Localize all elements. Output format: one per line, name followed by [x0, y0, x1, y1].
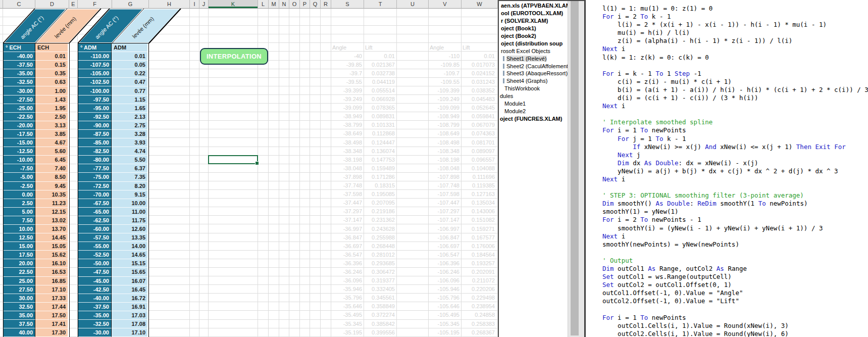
interp-value-cell[interactable]: -37.447	[331, 199, 364, 207]
interp-value-cell[interactable]: -107.147	[429, 216, 461, 224]
interp-value-cell[interactable]: -39.85	[331, 60, 364, 69]
column-header-P[interactable]: P	[300, 0, 310, 9]
lift-cell[interactable]: 6.37	[112, 164, 147, 173]
angle-cell[interactable]: -15.00	[4, 138, 35, 147]
lift-cell[interactable]: 17.44	[35, 303, 68, 311]
interp-value-cell[interactable]: -36.997	[331, 224, 364, 233]
lift-cell[interactable]: 11.00	[112, 208, 147, 216]
interp-value-cell[interactable]: -39.099	[331, 104, 364, 112]
column-header-U[interactable]: U	[397, 0, 429, 9]
interp-value-cell[interactable]: -108.348	[429, 147, 461, 155]
interp-value-cell[interactable]: -35.345	[331, 319, 364, 328]
angle-cell[interactable]: -40.00	[78, 294, 112, 303]
project-tree-item[interactable]: rosoft Excel Objects	[500, 47, 568, 55]
project-tree-item[interactable]: Sheet2 (CaculAffolement)	[500, 62, 568, 70]
interp-value-cell[interactable]: -36.547	[331, 250, 364, 259]
lift-cell[interactable]: 8.20	[112, 182, 147, 190]
angle-cell[interactable]: -30.00	[78, 328, 112, 337]
angle-cell[interactable]: -35.00	[78, 311, 112, 320]
lift-cell[interactable]: 17.03	[112, 311, 147, 320]
interp-value-cell[interactable]: -39.7	[331, 69, 364, 77]
lift-cell[interactable]: 16.72	[112, 294, 147, 303]
lift-cell[interactable]: 0.77	[112, 86, 147, 95]
lift-cell[interactable]: 15.05	[35, 242, 68, 251]
selected-cell[interactable]	[208, 155, 258, 164]
lift-cell[interactable]: 1.65	[112, 104, 147, 113]
lift-cell[interactable]: 1.15	[112, 95, 147, 104]
angle-cell[interactable]: -52.50	[78, 251, 112, 259]
interp-value-cell[interactable]: 0.184564	[462, 250, 496, 259]
interp-value-cell[interactable]: -108.198	[429, 155, 461, 164]
angle-cell[interactable]: -65.00	[78, 208, 112, 216]
angle-cell[interactable]: -75.00	[78, 173, 112, 181]
column-header-F[interactable]: F	[78, 0, 112, 9]
interp-value-cell[interactable]: -107.447	[429, 199, 461, 207]
angle-cell[interactable]: 27.50	[4, 285, 35, 294]
angle-cell[interactable]: -17.50	[4, 130, 35, 138]
interp-value-cell[interactable]: -39.55	[331, 77, 364, 86]
interp-value-cell[interactable]: -38.048	[331, 164, 364, 172]
interp-value-cell[interactable]: 0.096557	[462, 155, 496, 164]
interp-value-cell[interactable]: -110	[429, 52, 461, 60]
lift-cell[interactable]: 16.07	[112, 277, 147, 285]
lift-cell[interactable]: 17.10	[35, 285, 68, 294]
column-header-T[interactable]: T	[364, 0, 397, 9]
lift-cell[interactable]: 1.00	[35, 86, 68, 95]
angle-cell[interactable]: -100.00	[78, 86, 112, 95]
angle-cell[interactable]: -55.00	[78, 242, 112, 251]
lift-cell[interactable]: 0.01	[35, 52, 68, 61]
lift-cell[interactable]: 13.02	[35, 216, 68, 225]
fill-handle[interactable]	[255, 161, 259, 165]
interp-value-cell[interactable]: -105.646	[429, 302, 461, 311]
diagonal-header-band[interactable]: angle AC (°) levée (mm) angle AC (°) lev…	[0, 9, 498, 43]
angle-cell[interactable]: 22.50	[4, 268, 35, 276]
lift-cell[interactable]: 9.45	[35, 182, 68, 190]
angle-header-cell[interactable]: ° ECH	[4, 43, 35, 52]
interp-value-cell[interactable]: 0.136074	[364, 147, 396, 155]
angle-cell[interactable]: -25.00	[4, 104, 35, 113]
interp-value-cell[interactable]: -108.048	[429, 164, 461, 172]
project-tree-item[interactable]: Sheet3 (AbaqueRessort)	[500, 70, 568, 77]
angle-cell[interactable]: 37.50	[4, 320, 35, 328]
interp-value-cell[interactable]: 0.332405	[364, 285, 396, 294]
interp-value-cell[interactable]: -106.396	[429, 259, 461, 267]
interp-value-cell[interactable]: 0.171286	[364, 172, 396, 181]
column-header-D[interactable]: D	[35, 0, 69, 9]
angle-cell[interactable]: -20.00	[4, 121, 35, 130]
interp-value-cell[interactable]: 0.159271	[462, 224, 496, 233]
angle-cell[interactable]: -2.50	[4, 182, 35, 190]
angle-header-cell[interactable]: ° ADM	[78, 43, 112, 52]
interp-value-cell[interactable]: -105.796	[429, 294, 461, 302]
interp-value-cell[interactable]: 0.124447	[364, 138, 396, 147]
column-header-R[interactable]: R	[321, 0, 331, 9]
column-header-M[interactable]: M	[269, 0, 279, 9]
angle-cell[interactable]: 5.00	[4, 208, 35, 216]
column-header-W[interactable]: W	[462, 0, 498, 9]
lift-cell[interactable]: 3.28	[112, 130, 147, 138]
lift-cell[interactable]: 6.45	[35, 156, 68, 164]
lift-cell[interactable]: 17.10	[112, 328, 147, 337]
lift-cell[interactable]: 13.70	[35, 225, 68, 233]
interp-value-cell[interactable]: -38.649	[331, 129, 364, 138]
interp-value-cell[interactable]: 0.18315	[364, 181, 396, 190]
interp-value-cell[interactable]: -38.348	[331, 147, 364, 155]
interp-value-cell[interactable]: 0.045483	[462, 95, 496, 104]
interp-value-cell[interactable]: -109.099	[429, 104, 461, 112]
interp-value-cell[interactable]: -35.646	[331, 302, 364, 311]
lift-cell[interactable]: 7.40	[35, 164, 68, 173]
lift-cell[interactable]: 10.35	[35, 190, 68, 199]
angle-cell[interactable]: -97.50	[78, 95, 112, 104]
interp-value-cell[interactable]: 0.399556	[364, 328, 396, 336]
interp-value-cell[interactable]: 0.044119	[364, 77, 396, 86]
interp-value-cell[interactable]: -37.297	[331, 207, 364, 216]
interp-value-cell[interactable]: -40	[331, 52, 364, 60]
angle-cell[interactable]: 20.00	[4, 259, 35, 268]
lift-cell[interactable]: 9.15	[112, 190, 147, 199]
angle-cell[interactable]: -45.00	[78, 277, 112, 285]
angle-cell[interactable]: -85.00	[78, 138, 112, 147]
column-header-N[interactable]: N	[279, 0, 289, 9]
interp-value-cell[interactable]: 0.193257	[462, 259, 496, 267]
interp-value-cell[interactable]: 0.229498	[462, 294, 496, 302]
interp-value-cell[interactable]: -105.345	[429, 319, 461, 328]
column-header-O[interactable]: O	[289, 0, 300, 9]
